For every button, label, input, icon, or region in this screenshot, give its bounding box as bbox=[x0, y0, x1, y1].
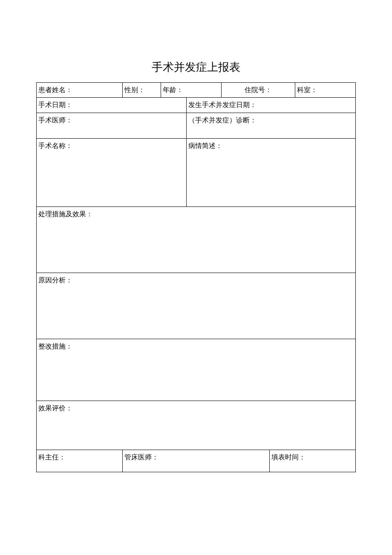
complication-date-cell: 发生手术并发症日期： bbox=[187, 98, 356, 113]
report-form-table: 患者姓名： 性别： 年龄： 住院号： 科室： 手术日期： 发生手术并发症日期： … bbox=[36, 82, 356, 472]
form-date-cell: 填表时间： bbox=[269, 450, 355, 472]
attending-physician-cell: 管床医师： bbox=[123, 450, 270, 472]
surgeon-row: 手术医师： （手术并发症）诊断： bbox=[37, 113, 356, 138]
measures-row: 处理措施及效果： bbox=[37, 206, 356, 273]
department-cell: 科室： bbox=[295, 83, 355, 98]
patient-info-row: 患者姓名： 性别： 年龄： 住院号： 科室： bbox=[37, 83, 356, 98]
cause-analysis-row: 原因分析： bbox=[37, 273, 356, 339]
surgery-name-cell: 手术名称： bbox=[37, 138, 187, 206]
surgeon-cell: 手术医师： bbox=[37, 113, 187, 138]
surgery-name-row: 手术名称： 病情简述： bbox=[37, 138, 356, 206]
surgery-date-row: 手术日期： 发生手术并发症日期： bbox=[37, 98, 356, 113]
diagnosis-cell: （手术并发症）诊断： bbox=[187, 113, 356, 138]
gender-cell: 性别： bbox=[123, 83, 161, 98]
effect-evaluation-row: 效果评价： bbox=[37, 401, 356, 450]
patient-name-cell: 患者姓名： bbox=[37, 83, 123, 98]
age-cell: 年龄： bbox=[161, 83, 222, 98]
form-title: 手术并发症上报表 bbox=[36, 60, 356, 75]
measures-effects-cell: 处理措施及效果： bbox=[37, 206, 356, 273]
effect-evaluation-cell: 效果评价： bbox=[37, 401, 356, 450]
condition-summary-cell: 病情简述： bbox=[187, 138, 356, 206]
surgery-date-cell: 手术日期： bbox=[37, 98, 187, 113]
corrective-actions-row: 整改措施： bbox=[37, 339, 356, 401]
corrective-actions-cell: 整改措施： bbox=[37, 339, 356, 401]
hospital-no-cell: 住院号： bbox=[222, 83, 295, 98]
dept-director-cell: 科主任： bbox=[37, 450, 123, 472]
signature-row: 科主任： 管床医师： 填表时间： bbox=[37, 450, 356, 472]
cause-analysis-cell: 原因分析： bbox=[37, 273, 356, 339]
